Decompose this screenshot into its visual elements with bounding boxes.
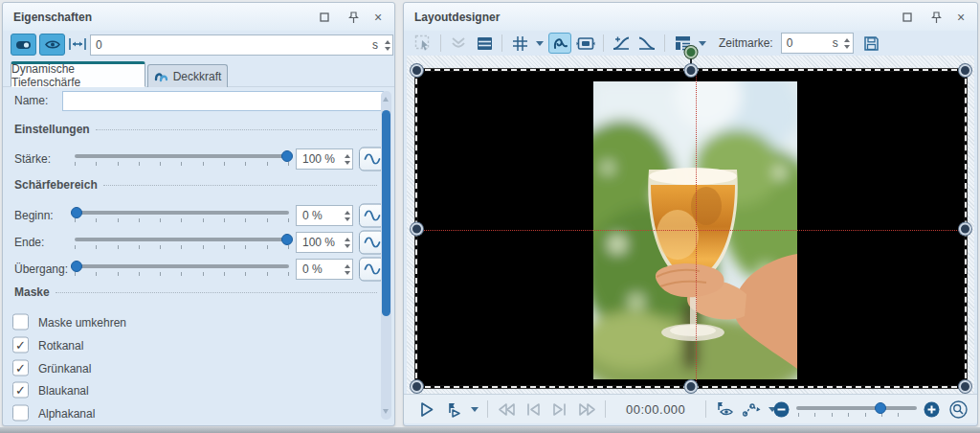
uebergang-slider[interactable] <box>73 261 291 278</box>
play-from-timemark-button[interactable] <box>442 399 465 420</box>
maximize-button[interactable] <box>899 9 916 26</box>
close-button[interactable]: × <box>952 9 969 26</box>
resize-handle-bottom-right[interactable] <box>959 380 971 393</box>
zoom-in-button[interactable] <box>924 401 940 418</box>
name-input[interactable] <box>62 91 384 111</box>
checkbox-gruenkanal[interactable]: ✓ Grünkanal <box>12 360 91 376</box>
ende-value-box[interactable]: 100 % <box>296 232 353 253</box>
pin-icon <box>348 11 359 24</box>
duration-unit: s <box>372 38 378 52</box>
fade-in-curve-button[interactable] <box>610 33 633 54</box>
ende-slider[interactable] <box>73 234 291 251</box>
object-list-dropdown-icon[interactable] <box>699 41 706 46</box>
zeitmarke-spinner[interactable] <box>842 34 853 53</box>
resize-handle-top-center[interactable] <box>685 64 698 77</box>
scrollbar-thumb[interactable] <box>382 110 390 316</box>
duration-input[interactable]: 0 s <box>90 34 393 56</box>
next-frame-button[interactable] <box>548 399 571 420</box>
tab-deckkraft[interactable]: Deckkraft <box>147 64 228 87</box>
staerke-value-box[interactable]: 100 % <box>296 148 353 170</box>
scroll-up-icon[interactable] <box>383 97 389 102</box>
resize-handle-top-left[interactable] <box>411 64 423 77</box>
save-timemark-button[interactable] <box>860 33 883 54</box>
checkbox-alphakanal[interactable]: Alphakanal <box>12 405 95 422</box>
staerke-slider-thumb[interactable] <box>281 150 293 162</box>
beginn-spinner[interactable] <box>342 206 352 225</box>
staerke-spinner[interactable] <box>342 149 352 169</box>
uebergang-spinner[interactable] <box>342 260 352 279</box>
keyframe-path-button[interactable] <box>740 399 763 420</box>
tab-dynamische-tiefenschaerfe[interactable]: Dynamische Tiefenschärfe <box>11 61 145 87</box>
vertical-scrollbar[interactable] <box>381 91 391 420</box>
beginn-value-box[interactable]: 0 % <box>296 205 353 226</box>
curve-chevrons-icon <box>450 35 467 51</box>
checkbox[interactable]: ✓ <box>12 337 29 353</box>
visibility-toggle[interactable] <box>39 34 65 56</box>
zoom-out-button[interactable] <box>773 401 790 418</box>
zoom-slider[interactable] <box>796 402 917 418</box>
resize-handle-middle-left[interactable] <box>411 222 423 235</box>
marquee-select-button[interactable] <box>412 33 434 54</box>
previous-frame-button[interactable] <box>522 399 545 420</box>
zeitmarke-input[interactable]: 0 s <box>781 33 854 54</box>
checkbox-blaukanal[interactable]: ✓ Blaukanal <box>12 382 89 399</box>
beginn-slider[interactable] <box>73 207 291 224</box>
fast-forward-button[interactable] <box>575 399 598 420</box>
zeitmarke-value: 0 <box>782 36 833 50</box>
checkbox[interactable] <box>12 314 29 330</box>
uebergang-value-box[interactable]: 0 % <box>296 259 353 280</box>
resize-handle-middle-right[interactable] <box>959 222 971 235</box>
grid-icon <box>512 35 528 52</box>
eye-marker-icon <box>716 401 734 417</box>
fade-out-curve-button[interactable] <box>635 33 658 54</box>
staerke-slider[interactable] <box>73 150 291 168</box>
maximize-button[interactable] <box>316 9 333 26</box>
grid-dropdown-icon[interactable] <box>536 41 544 46</box>
beginn-slider-thumb[interactable] <box>71 207 82 218</box>
close-button[interactable]: × <box>369 9 387 26</box>
checkbox[interactable] <box>12 405 29 422</box>
zoom-fit-button[interactable] <box>949 400 968 419</box>
checkbox-maske-umkehren[interactable]: Maske umkehren <box>12 314 126 330</box>
grid-button[interactable] <box>508 33 531 54</box>
keyframe-link-toggle[interactable] <box>11 34 36 56</box>
show-at-timemark-button[interactable] <box>713 399 736 420</box>
scroll-down-icon[interactable] <box>383 409 389 414</box>
ende-slider-thumb[interactable] <box>281 234 293 245</box>
rotation-handle[interactable] <box>685 46 698 58</box>
zoom-slider-thumb[interactable] <box>875 402 886 414</box>
rewind-button[interactable] <box>495 399 518 420</box>
checkbox-rotkanal[interactable]: ✓ Rotkanal <box>12 337 83 353</box>
layers-button[interactable] <box>473 33 496 54</box>
pin-button[interactable] <box>345 9 362 26</box>
sine-curve-icon <box>364 211 381 221</box>
tab-label: Dynamische Tiefenschärfe <box>11 62 145 89</box>
motion-path-tool-button[interactable] <box>548 33 571 54</box>
link-toggle-icon <box>15 39 32 51</box>
uebergang-label: Übergang: <box>14 262 68 276</box>
sine-curve-icon <box>364 264 381 275</box>
curve-smooth-button[interactable] <box>447 33 470 54</box>
checkbox[interactable]: ✓ <box>12 382 29 399</box>
resize-handle-top-right[interactable] <box>959 64 971 77</box>
video-object-selection[interactable] <box>415 69 967 388</box>
properties-toolbar: 0 s <box>3 33 394 59</box>
properties-content: Name: Einstellungen Stärke: 100 % Schärf… <box>3 88 394 422</box>
resize-handle-bottom-left[interactable] <box>411 380 423 393</box>
duration-spinner[interactable] <box>382 35 392 55</box>
zoom-control <box>773 400 968 419</box>
duration-width-icon <box>68 35 86 53</box>
pin-button[interactable] <box>927 9 945 26</box>
zeitmarke-label: Zeitmarke: <box>719 36 773 50</box>
crosshair-vertical-line <box>696 71 697 386</box>
fast-forward-icon <box>578 402 596 417</box>
checkbox[interactable]: ✓ <box>12 360 29 376</box>
uebergang-slider-thumb[interactable] <box>71 261 82 272</box>
staerke-label: Stärke: <box>14 152 51 166</box>
camera-frame-button[interactable] <box>574 33 597 54</box>
play-button[interactable] <box>415 399 438 420</box>
ende-spinner[interactable] <box>342 233 352 252</box>
play-options-dropdown-icon[interactable] <box>471 407 479 412</box>
resize-handle-bottom-center[interactable] <box>685 380 698 393</box>
zeitmarke-unit: s <box>833 36 838 50</box>
